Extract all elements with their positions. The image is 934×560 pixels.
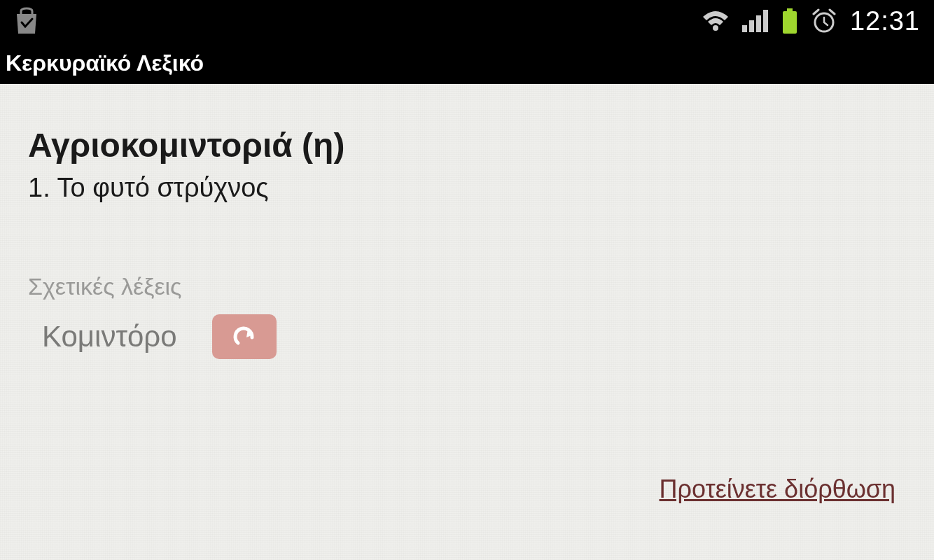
entry-word: Αγριοκομιντοριά (η) — [28, 126, 906, 164]
redo-icon — [231, 323, 258, 350]
svg-point-0 — [713, 25, 718, 31]
go-button[interactable] — [212, 314, 277, 359]
signal-icon — [742, 10, 769, 32]
related-label: Σχετικές λέξεις — [28, 273, 906, 300]
status-left — [14, 7, 39, 35]
app-bar: Κερκυραϊκό Λεξικό — [0, 42, 934, 84]
svg-rect-5 — [787, 8, 793, 11]
suggest-correction-link[interactable]: Προτείνετε διόρθωση — [660, 475, 895, 504]
battery-icon — [781, 8, 798, 34]
svg-rect-2 — [749, 20, 754, 32]
svg-rect-1 — [742, 25, 747, 32]
status-right: 12:31 — [702, 6, 920, 36]
related-word[interactable]: Κομιντόρο — [42, 320, 177, 354]
app-title: Κερκυραϊκό Λεξικό — [6, 50, 204, 76]
shopping-bag-icon — [14, 7, 39, 35]
svg-rect-4 — [763, 10, 768, 32]
related-section: Σχετικές λέξεις Κομιντόρο — [28, 273, 906, 359]
content-area: Αγριοκομιντοριά (η) 1. Το φυτό στρύχνος … — [0, 84, 934, 560]
wifi-icon — [702, 10, 730, 32]
status-clock: 12:31 — [850, 6, 920, 36]
status-bar: 12:31 — [0, 0, 934, 42]
svg-rect-3 — [756, 15, 761, 32]
entry-definition: 1. Το φυτό στρύχνος — [28, 173, 906, 203]
alarm-icon — [811, 8, 837, 34]
svg-rect-6 — [783, 11, 797, 34]
related-row: Κομιντόρο — [28, 314, 906, 359]
